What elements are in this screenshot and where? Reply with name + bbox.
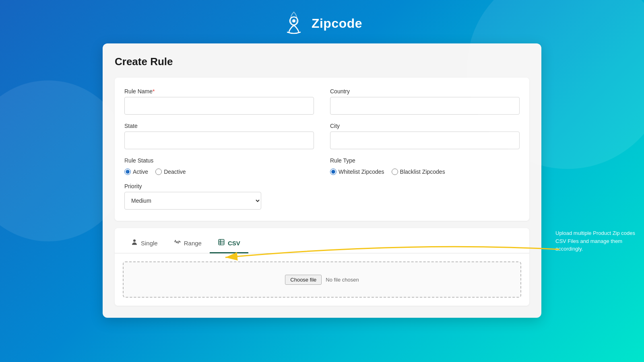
svg-rect-3 xyxy=(219,239,224,245)
radio-whitelist-text: Whitelist Zipcodes xyxy=(339,169,384,175)
file-input-wrapper: Choose file No file chosen xyxy=(285,275,359,285)
annotation-text: Upload multiple Product Zip codes CSV Fi… xyxy=(555,229,636,253)
empty-group xyxy=(277,183,520,210)
priority-group: Priority Low Medium High xyxy=(124,183,261,210)
rule-status-label: Rule Status xyxy=(124,157,314,164)
priority-select[interactable]: Low Medium High xyxy=(124,192,261,210)
radio-whitelist-label[interactable]: Whitelist Zipcodes xyxy=(330,169,384,175)
rule-status-group: Rule Status Active Deactive xyxy=(124,157,314,175)
form-section: Rule Name* Country State City Rule xyxy=(115,78,529,221)
priority-label: Priority xyxy=(124,183,261,189)
radio-deactive-input[interactable] xyxy=(155,169,162,175)
tab-csv[interactable]: CSV xyxy=(210,234,248,253)
upload-area[interactable]: Choose file No file chosen xyxy=(123,261,521,298)
csv-icon xyxy=(218,239,225,247)
tabs-header: Single Range CSV xyxy=(115,228,529,253)
form-row-4: Priority Low Medium High xyxy=(124,183,520,210)
tab-single[interactable]: Single xyxy=(123,234,166,253)
state-label: State xyxy=(124,123,314,129)
radio-blacklist-label[interactable]: Blacklist Zipcodes xyxy=(392,169,445,175)
rule-status-radio-group: Active Deactive xyxy=(124,169,314,175)
person-icon xyxy=(131,239,138,247)
form-row-2: State City xyxy=(124,123,520,149)
rule-type-radio-group: Whitelist Zipcodes Blacklist Zipcodes xyxy=(330,169,520,175)
tab-single-label: Single xyxy=(141,240,158,247)
no-file-text: No file chosen xyxy=(326,277,359,283)
form-row-3: Rule Status Active Deactive Rule Type xyxy=(124,157,520,175)
radio-whitelist-input[interactable] xyxy=(330,169,336,175)
app-logo-icon xyxy=(282,11,306,35)
radio-active-text: Active xyxy=(133,169,148,175)
state-group: State xyxy=(124,123,314,149)
tab-range-label: Range xyxy=(184,240,202,247)
rule-type-group: Rule Type Whitelist Zipcodes Blacklist Z… xyxy=(330,157,520,175)
app-title: Zipcode xyxy=(312,16,362,31)
radio-deactive-text: Deactive xyxy=(164,169,186,175)
tab-csv-label: CSV xyxy=(228,240,240,247)
tabs-section: Single Range CSV Choose file No file c xyxy=(115,228,529,306)
state-input[interactable] xyxy=(124,132,314,149)
radio-deactive-label[interactable]: Deactive xyxy=(155,169,186,175)
rule-name-label: Rule Name* xyxy=(124,88,314,95)
rule-name-input[interactable] xyxy=(124,97,314,115)
svg-point-1 xyxy=(292,19,295,23)
form-row-1: Rule Name* Country xyxy=(124,88,520,115)
wave-icon xyxy=(174,239,181,247)
choose-file-button[interactable]: Choose file xyxy=(285,275,322,285)
rule-name-group: Rule Name* xyxy=(124,88,314,115)
tab-range[interactable]: Range xyxy=(166,234,210,253)
required-indicator: * xyxy=(153,88,155,95)
rule-type-label: Rule Type xyxy=(330,157,520,164)
annotation-container: Upload multiple Product Zip codes CSV Fi… xyxy=(555,229,636,253)
svg-point-2 xyxy=(133,239,136,242)
radio-blacklist-input[interactable] xyxy=(392,169,398,175)
radio-blacklist-text: Blacklist Zipcodes xyxy=(400,169,445,175)
